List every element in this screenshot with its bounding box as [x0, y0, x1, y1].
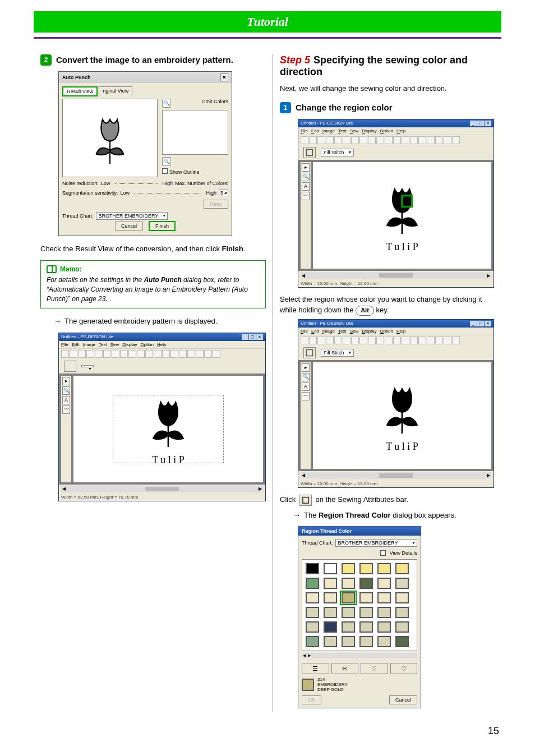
- toolbar[interactable]: [59, 348, 265, 359]
- memo-title: Memo:: [60, 265, 82, 273]
- color-swatch[interactable]: [377, 636, 391, 647]
- color-swatch[interactable]: [324, 607, 337, 618]
- color-swatch[interactable]: [342, 578, 355, 589]
- tool-palette[interactable]: ▸🔍A〰: [61, 376, 71, 482]
- color-swatch[interactable]: [377, 607, 391, 618]
- color-swatch[interactable]: [395, 563, 409, 574]
- dialog-title: Auto Punch: [62, 75, 91, 80]
- h-scrollbar[interactable]: [301, 472, 491, 479]
- app-title: Untitled - PE-DESIGN Lite: [61, 334, 113, 340]
- zoom-in-icon[interactable]: 🔍: [162, 99, 171, 108]
- color-swatch[interactable]: [377, 578, 391, 589]
- region-color-icon[interactable]: [303, 347, 316, 358]
- rtc-tab-scissors-icon[interactable]: ✂: [331, 663, 359, 674]
- color-swatch[interactable]: [395, 578, 409, 589]
- step5-heading: Step 5Specifying the sewing color and di…: [280, 54, 495, 78]
- color-swatch[interactable]: [324, 592, 337, 603]
- color-swatch[interactable]: [324, 636, 337, 647]
- region-color-icon[interactable]: [303, 147, 316, 158]
- stitch-type-select[interactable]: Fill Stitch: [321, 349, 354, 357]
- color-swatch[interactable]: [342, 636, 355, 647]
- show-outline-checkbox[interactable]: [162, 168, 168, 174]
- window-buttons[interactable]: _▢✕: [470, 121, 491, 126]
- omit-colors-list[interactable]: [162, 110, 228, 155]
- max-colors-label: Max. Number of Colors:: [175, 181, 228, 186]
- region-color-button-icon[interactable]: [299, 495, 312, 506]
- color-swatch[interactable]: [306, 621, 319, 633]
- window-buttons[interactable]: _▢✕: [242, 334, 263, 340]
- color-swatch[interactable]: [359, 607, 373, 618]
- toolbar[interactable]: [298, 135, 494, 145]
- color-swatch[interactable]: [395, 592, 409, 603]
- h-scrollbar[interactable]: [61, 486, 263, 492]
- menu-bar[interactable]: FileEditImageTextSewDisplayOptionHelp: [298, 127, 494, 135]
- rtc-tab-heart-outline-icon[interactable]: ♡: [361, 663, 388, 674]
- color-swatch[interactable]: [306, 607, 319, 618]
- color-swatch[interactable]: [324, 563, 337, 574]
- color-swatch[interactable]: [359, 592, 373, 603]
- alt-key: Alt: [356, 306, 374, 316]
- color-swatch[interactable]: [395, 636, 409, 647]
- design-canvas[interactable]: T u l i P: [73, 376, 263, 482]
- generated-note: →The generated embroidery pattern is dis…: [54, 316, 266, 326]
- color-swatch[interactable]: [359, 578, 373, 589]
- rtc-title: Region Thread Color: [298, 527, 421, 536]
- select-region-text: Select the region whose color you want t…: [280, 294, 495, 316]
- noise-slider[interactable]: [115, 183, 158, 184]
- color-swatch[interactable]: [377, 592, 391, 603]
- stitch-type-select[interactable]: [81, 365, 94, 367]
- tab-original-view[interactable]: riginal View: [99, 86, 132, 96]
- color-swatch[interactable]: [324, 578, 337, 589]
- color-swatch[interactable]: [342, 592, 355, 603]
- rtc-tab-list[interactable]: ☰: [302, 663, 329, 674]
- selected-color-info: 214 EMBROIDERY DEEP GOLD: [302, 677, 417, 692]
- color-swatch[interactable]: [377, 621, 391, 633]
- color-swatch[interactable]: [359, 621, 373, 633]
- finish-button[interactable]: Finish: [149, 221, 176, 231]
- color-swatch[interactable]: [359, 636, 373, 647]
- max-colors-spinner[interactable]: 5: [219, 190, 228, 196]
- noise-reduction-label: Noise reduction:: [62, 181, 99, 186]
- thread-chart-select[interactable]: BROTHER EMBROIDERY: [96, 212, 168, 220]
- region-color-icon[interactable]: [64, 361, 76, 372]
- page-number: 15: [34, 725, 501, 737]
- rtc-tab-heart-icon[interactable]: ♡: [390, 663, 418, 674]
- rtc-ok-button: OK: [302, 695, 321, 704]
- design-canvas[interactable]: T u l i P: [313, 362, 491, 469]
- color-swatch[interactable]: [306, 636, 319, 647]
- color-swatch[interactable]: [324, 621, 337, 633]
- view-details-checkbox[interactable]: [380, 550, 386, 556]
- color-swatch[interactable]: [377, 563, 391, 574]
- toolbar[interactable]: [298, 335, 494, 345]
- swatch-scrollbar[interactable]: [302, 653, 417, 658]
- color-swatch[interactable]: [306, 563, 319, 574]
- stitch-type-select[interactable]: Fill Stitch: [321, 149, 354, 156]
- window-buttons[interactable]: _▢✕: [470, 321, 491, 326]
- color-swatch[interactable]: [306, 592, 319, 603]
- color-swatch[interactable]: [359, 563, 373, 574]
- seg-slider[interactable]: [134, 193, 201, 193]
- color-swatch[interactable]: [306, 578, 319, 589]
- rtc-cancel-button[interactable]: Cancel: [389, 695, 417, 704]
- menu-bar[interactable]: FileEditImageTextSewDisplayOptionHelp: [59, 341, 265, 348]
- tool-palette[interactable]: ▸🔍A〰: [301, 362, 311, 469]
- page-banner: Tutorial: [34, 11, 501, 33]
- rtc-thread-chart-select[interactable]: BROTHER EMBROIDERY: [335, 539, 417, 547]
- color-swatch[interactable]: [395, 621, 409, 633]
- menu-bar[interactable]: FileEditImageTextSewDisplayOptionHelp: [298, 328, 494, 335]
- color-swatch[interactable]: [342, 621, 355, 633]
- divider: [34, 37, 501, 39]
- tab-result-view[interactable]: Result View: [62, 86, 98, 96]
- thread-chart-label: Thread Chart:: [62, 213, 94, 219]
- h-scrollbar[interactable]: [301, 272, 491, 279]
- tool-palette[interactable]: ▸🔍A〰: [301, 162, 311, 269]
- zoom-out-icon[interactable]: 🔍: [162, 157, 171, 166]
- close-icon[interactable]: ✕: [220, 73, 228, 81]
- attributes-bar[interactable]: [59, 359, 265, 374]
- cancel-button[interactable]: Cancel: [115, 222, 143, 231]
- color-swatch[interactable]: [342, 607, 355, 618]
- color-swatch[interactable]: [342, 563, 355, 574]
- color-swatch-grid[interactable]: [302, 559, 417, 651]
- color-swatch[interactable]: [395, 607, 409, 618]
- design-canvas[interactable]: T u l i P: [313, 162, 491, 269]
